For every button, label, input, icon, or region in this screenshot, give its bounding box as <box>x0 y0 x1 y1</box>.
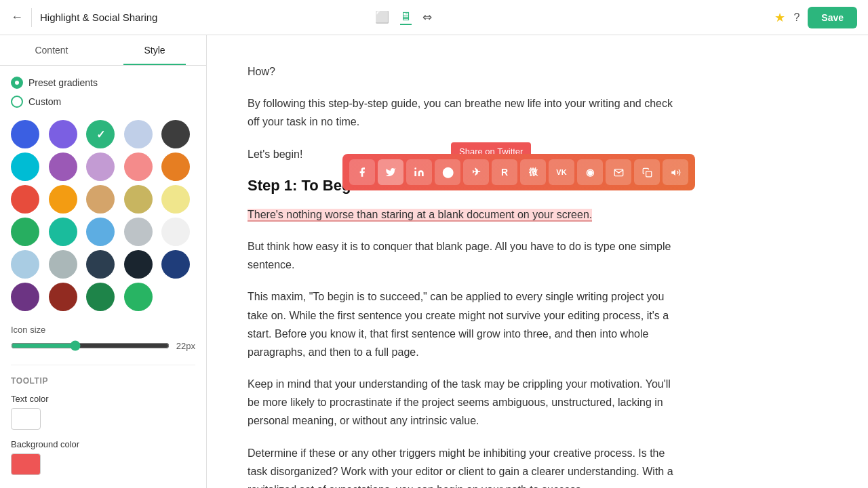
color-swatch-c11[interactable] <box>11 185 39 214</box>
color-swatch-c19[interactable] <box>124 218 153 246</box>
text-color-swatch[interactable] <box>11 408 41 430</box>
svg-point-0 <box>414 167 416 169</box>
panel-scroll: Preset gradients Custom Icon size 22px T… <box>0 66 206 488</box>
color-swatch-c22[interactable] <box>49 250 77 279</box>
how-text: How? <box>248 62 682 81</box>
left-panel: Content Style Preset gradients Custom Ic… <box>0 35 207 488</box>
back-icon[interactable]: ← <box>11 10 23 24</box>
reddit-btn[interactable]: R <box>492 159 517 185</box>
tabs: Content Style <box>0 35 206 66</box>
color-swatch-c15[interactable] <box>161 185 190 214</box>
color-swatch-c12[interactable] <box>49 185 77 214</box>
responsive-icon[interactable]: ⇔ <box>422 10 432 24</box>
svg-marker-2 <box>671 169 675 176</box>
vk-btn[interactable]: VK <box>549 159 574 185</box>
main-layout: Content Style Preset gradients Custom Ic… <box>0 35 868 488</box>
tablet-icon[interactable]: ⬜ <box>375 10 389 24</box>
bg-color-label: Background color <box>11 439 195 449</box>
tooltip-title: TOOLTIP <box>11 376 195 386</box>
linkedin-btn[interactable] <box>406 159 432 185</box>
text-color-field: Text color <box>11 394 195 430</box>
content-area: How? By following this step-by-step guid… <box>207 35 868 488</box>
whatsapp-btn[interactable]: ⬤ <box>435 159 460 185</box>
article-content: How? By following this step-by-step guid… <box>248 62 682 488</box>
icon-size-slider[interactable] <box>11 340 170 351</box>
color-swatch-c5[interactable] <box>161 120 190 148</box>
color-swatch-c7[interactable] <box>49 152 77 181</box>
bg-color-field: Background color <box>11 439 195 475</box>
highlighted-text: There's nothing worse than staring at a … <box>248 209 592 222</box>
bg-color-swatch[interactable] <box>11 453 41 475</box>
social-bar: ⬤ ✈ R 微 VK ◉ <box>342 154 695 190</box>
copy-btn[interactable] <box>634 159 660 185</box>
para3: This maxim, "To begin is to succeed," ca… <box>248 287 682 361</box>
color-swatch-c8[interactable] <box>86 152 115 181</box>
tab-content[interactable]: Content <box>0 35 103 65</box>
star-icon[interactable]: ★ <box>774 10 785 25</box>
highlighted-paragraph: There's nothing worse than staring at a … <box>248 205 682 224</box>
color-swatch-c13[interactable] <box>86 185 115 214</box>
color-swatch-c24[interactable] <box>124 250 153 279</box>
color-swatch-c20[interactable] <box>161 218 190 246</box>
color-swatch-c4[interactable] <box>124 120 153 148</box>
color-swatch-c16[interactable] <box>11 218 39 246</box>
radio-filled <box>11 77 23 89</box>
color-swatch-c21[interactable] <box>11 250 39 279</box>
help-icon[interactable]: ? <box>793 12 800 24</box>
para5: Determine if these or any other triggers… <box>248 444 682 488</box>
tooltip-section: TOOLTIP Text color Background color <box>11 365 195 475</box>
device-icons: ⬜ 🖥 ⇔ <box>375 10 432 25</box>
para2: But think how easy it is to conquer that… <box>248 237 682 274</box>
icon-size-label: Icon size <box>11 325 195 335</box>
audio-btn[interactable] <box>663 159 688 185</box>
color-swatch-c29[interactable] <box>124 283 153 311</box>
color-swatch-c27[interactable] <box>49 283 77 311</box>
color-swatch-c23[interactable] <box>86 250 115 279</box>
color-swatch-c3[interactable] <box>86 120 115 148</box>
color-swatch-c6[interactable] <box>11 152 39 181</box>
radio-empty <box>11 96 23 108</box>
twitter-btn[interactable] <box>378 159 403 185</box>
color-grid <box>11 120 195 311</box>
desktop-icon[interactable]: 🖥 <box>400 10 412 25</box>
para4: Keep in mind that your understanding of … <box>248 375 682 430</box>
divider <box>31 8 32 27</box>
custom-radio[interactable]: Custom <box>11 96 195 108</box>
color-swatch-c18[interactable] <box>86 218 115 246</box>
radio-group: Preset gradients Custom <box>11 77 195 108</box>
save-button[interactable]: Save <box>808 7 857 28</box>
weibo-btn[interactable]: 微 <box>520 159 546 185</box>
intro-text: By following this step-by-step guide, yo… <box>248 94 682 131</box>
telegram-btn[interactable]: ✈ <box>463 159 489 185</box>
color-swatch-c14[interactable] <box>124 185 153 214</box>
color-swatch-c2[interactable] <box>49 120 77 148</box>
email-btn[interactable] <box>606 159 631 185</box>
color-swatch-c10[interactable] <box>161 152 190 181</box>
facebook-btn[interactable] <box>349 159 375 185</box>
custom-label: Custom <box>28 96 61 107</box>
svg-rect-1 <box>646 171 651 176</box>
color-swatch-c25[interactable] <box>161 250 190 279</box>
color-swatch-c17[interactable] <box>49 218 77 246</box>
color-swatch-c9[interactable] <box>124 152 153 181</box>
preset-radio[interactable]: Preset gradients <box>11 77 195 89</box>
icon-size-value: 22px <box>176 341 195 351</box>
tab-style[interactable]: Style <box>103 35 206 65</box>
app-title: Highlight & Social Sharing <box>40 12 367 23</box>
text-color-label: Text color <box>11 394 195 404</box>
color-swatch-c28[interactable] <box>86 283 115 311</box>
color-swatch-c26[interactable] <box>11 283 39 311</box>
preset-label: Preset gradients <box>28 77 98 88</box>
top-bar: ← Highlight & Social Sharing ⬜ 🖥 ⇔ ★ ? S… <box>0 0 868 35</box>
slider-row: 22px <box>11 340 195 351</box>
color-swatch-c1[interactable] <box>11 120 39 148</box>
tumblr-btn[interactable]: ◉ <box>577 159 603 185</box>
